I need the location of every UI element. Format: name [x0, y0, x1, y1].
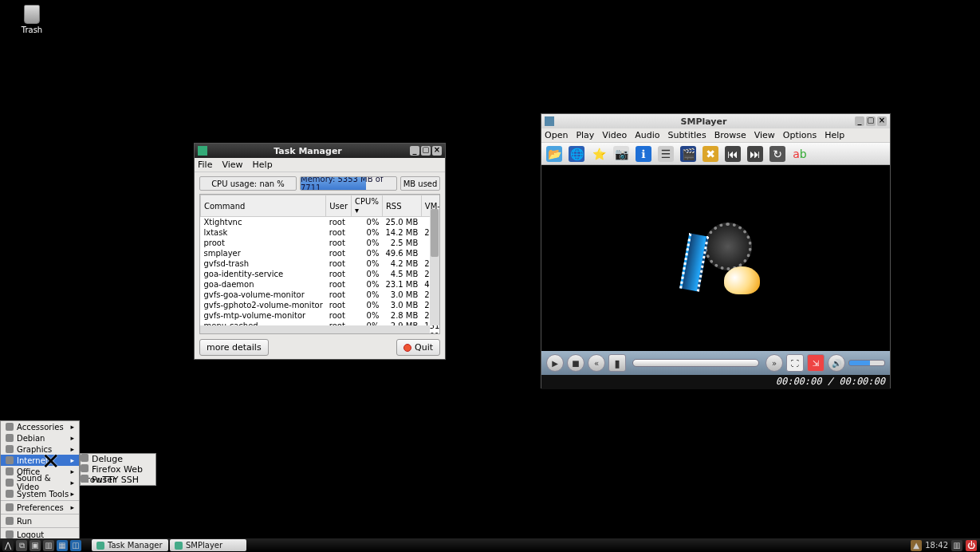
info-icon[interactable]: ℹ	[636, 146, 651, 162]
more-details-button[interactable]: more details	[199, 339, 269, 356]
col-rss[interactable]: RSS	[382, 195, 421, 217]
next-icon[interactable]: ⏭	[747, 146, 763, 162]
menu-play[interactable]: Play	[576, 130, 594, 140]
clock[interactable]: 18:42	[925, 541, 948, 550]
tube-icon[interactable]: 🎬	[680, 146, 696, 162]
start-menu-button[interactable]: ⋀	[2, 540, 14, 551]
process-table-wrap: Command User CPU% ▾ RSS VM-Size PID Xtig…	[199, 194, 440, 334]
col-command[interactable]: Command	[201, 195, 326, 217]
open-url-icon[interactable]: 🌐	[569, 146, 584, 162]
quit-label: Quit	[415, 342, 433, 353]
terminal-launcher-icon[interactable]: ▦	[57, 540, 68, 551]
process-row[interactable]: gvfs-gphoto2-volume-monitor root 0% 3.0 …	[201, 300, 441, 310]
fullscreen-button[interactable]: ⛶	[786, 354, 804, 372]
file-manager-icon[interactable]: ▣	[30, 540, 41, 551]
open-file-icon[interactable]: 📂	[546, 146, 562, 162]
taskmgr-titlebar[interactable]: Task Manager _ ▢ ×	[195, 144, 445, 158]
process-table: Command User CPU% ▾ RSS VM-Size PID Xtig…	[200, 195, 440, 334]
menu-view[interactable]: View	[222, 160, 242, 170]
cpu-usage-label: CPU usage: nan %	[211, 179, 285, 188]
menu-item-internet[interactable]: Internet	[1, 455, 79, 466]
menu-item-accessories[interactable]: Accessories	[1, 421, 79, 432]
taskbar: ⋀ ⧉ ▣ ▥ ▦ ◫ Task ManagerSMPlayer ▲ 18:42…	[0, 538, 980, 552]
scrollbar-thumb[interactable]	[431, 209, 439, 257]
menu-separator	[1, 514, 79, 515]
tray-monitor-icon[interactable]: ▥	[951, 540, 962, 551]
submenu-item-putty-ssh-client[interactable]: PuTTY SSH Client	[81, 475, 155, 485]
minimize-button[interactable]: _	[855, 116, 864, 126]
preferences-icon[interactable]: ✖	[703, 146, 718, 162]
logout-tray-icon[interactable]: ⏻	[966, 540, 977, 551]
playlist-icon[interactable]: ☰	[658, 146, 674, 162]
menu-item-graphics[interactable]: Graphics	[1, 444, 79, 455]
compact-button[interactable]: ⇲	[807, 354, 825, 372]
maximize-button[interactable]: ▢	[421, 146, 431, 156]
col-cpu[interactable]: CPU% ▾	[352, 195, 383, 217]
rewind-button[interactable]: «	[588, 354, 605, 372]
cell-cpu: 0%	[352, 279, 383, 290]
smplayer-titlebar[interactable]: SMPlayer _ ▢ ×	[541, 114, 890, 128]
seek-bar[interactable]	[632, 359, 759, 367]
stop-button[interactable]: ■	[567, 354, 584, 372]
process-row[interactable]: goa-daemon root 0% 23.1 MB 491.9 MB 1472…	[201, 279, 441, 290]
submenu-item-firefox-web-browser[interactable]: Firefox Web Browser	[81, 464, 155, 475]
menu-item-prefs[interactable]: Preferences	[1, 502, 79, 513]
menu-open[interactable]: Open	[545, 130, 568, 140]
process-row[interactable]: gvfsd-trash root 0% 4.2 MB 299.1 MB 1473…	[201, 258, 441, 269]
volume-slider[interactable]	[848, 360, 885, 366]
show-desktop-icon[interactable]: ⧉	[16, 540, 27, 551]
process-row[interactable]: proot root 0% 2.5 MB 10.5 MB 13794	[201, 238, 441, 248]
process-row[interactable]: gvfs-goa-volume-monitor root 0% 3.0 MB 2…	[201, 290, 441, 300]
submenu-item-icon	[81, 454, 89, 462]
menu-item-system-tools[interactable]: System Tools	[1, 488, 79, 499]
close-button[interactable]: ×	[877, 116, 887, 126]
maximize-button[interactable]: ▢	[866, 116, 876, 126]
video-area[interactable]	[541, 165, 890, 351]
close-button[interactable]: ×	[432, 146, 442, 156]
horn-icon	[724, 266, 760, 294]
process-scrollbar[interactable]	[430, 209, 439, 325]
menu-browse[interactable]: Browse	[714, 130, 746, 140]
workspace-icon[interactable]: ◫	[70, 540, 81, 551]
menu-subtitles[interactable]: Subtitles	[667, 130, 706, 140]
process-row[interactable]: Xtightvnc root 0% 25.0 MB 42.4 MB 14162	[201, 217, 441, 228]
cell-command: smplayer	[201, 248, 326, 258]
col-user[interactable]: User	[326, 195, 352, 217]
taskbar-task-smplayer[interactable]: SMPlayer	[170, 539, 246, 551]
screenshot-icon[interactable]: 📷	[613, 146, 629, 162]
cell-cpu: 0%	[352, 227, 383, 238]
taskbar-task-task-manager[interactable]: Task Manager	[92, 539, 168, 551]
process-row[interactable]: lxtask root 0% 14.2 MB 243.6 MB 14971	[201, 227, 441, 238]
minimize-button[interactable]: _	[410, 146, 419, 156]
forward-button[interactable]: »	[766, 354, 783, 372]
menu-item-debian[interactable]: Debian	[1, 432, 79, 444]
repeat-icon[interactable]: ↻	[769, 146, 785, 162]
menu-file[interactable]: File	[198, 160, 212, 170]
subtitle-search-icon[interactable]: ab	[792, 146, 808, 162]
process-hscrollbar[interactable]	[200, 325, 430, 333]
desktop-trash[interactable]: Trash	[16, 5, 48, 34]
menu-item-label: Accessories	[17, 423, 70, 432]
frame-back-button[interactable]: ▮	[608, 354, 626, 372]
cell-command: goa-identity-service	[201, 269, 326, 279]
menu-item-sound-video[interactable]: Sound & Video	[1, 477, 79, 488]
favorites-icon[interactable]: ⭐	[591, 146, 607, 162]
play-button[interactable]: ▶	[546, 354, 564, 372]
menu-view[interactable]: View	[754, 130, 775, 140]
process-row[interactable]: goa-identity-service root 0% 4.5 MB 228.…	[201, 269, 441, 279]
process-row[interactable]: smplayer root 0% 49.6 MB 1.1 GB 14979	[201, 248, 441, 258]
menu-item-run[interactable]: Run	[1, 515, 79, 526]
process-row[interactable]: gvfs-mtp-volume-monitor root 0% 2.8 MB 2…	[201, 310, 441, 321]
quit-button[interactable]: Quit	[396, 339, 440, 356]
browser-launcher-icon[interactable]: ▥	[43, 540, 54, 551]
mute-button[interactable]: 🔊	[828, 354, 845, 372]
menu-video[interactable]: Video	[602, 130, 627, 140]
menu-item-icon	[6, 479, 14, 487]
menu-audio[interactable]: Audio	[635, 130, 659, 140]
submenu-item-deluge[interactable]: Deluge	[81, 454, 155, 464]
menu-help[interactable]: Help	[825, 130, 844, 140]
menu-options[interactable]: Options	[783, 130, 817, 140]
tray-icon-1[interactable]: ▲	[911, 540, 922, 551]
prev-icon[interactable]: ⏮	[725, 146, 741, 162]
menu-help[interactable]: Help	[253, 160, 273, 170]
